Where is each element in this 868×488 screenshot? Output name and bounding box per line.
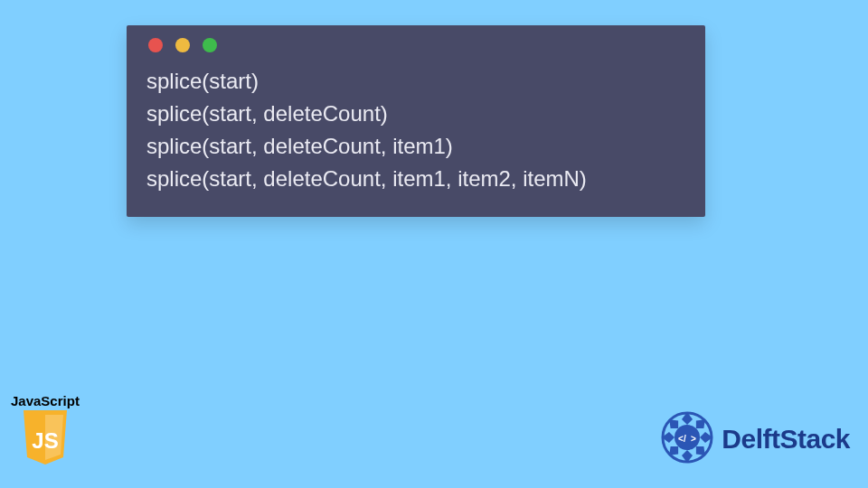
code-line: splice(start) (146, 65, 685, 98)
close-icon (148, 38, 163, 52)
js-logo-text: JS (32, 428, 58, 453)
svg-text:/: / (684, 434, 686, 444)
maximize-icon (203, 38, 217, 52)
code-line: splice(start, deleteCount) (146, 98, 685, 130)
code-body: splice(start) splice(start, deleteCount)… (127, 58, 705, 217)
brand-emblem-icon: < / > (658, 408, 716, 470)
code-window: splice(start) splice(start, deleteCount)… (127, 25, 705, 217)
svg-text:>: > (691, 434, 696, 444)
javascript-shield-icon: JS (20, 410, 71, 466)
window-header (127, 25, 705, 58)
minimize-icon (175, 38, 190, 52)
code-line: splice(start, deleteCount, item1, item2,… (146, 163, 685, 195)
brand-name: DelftStack (722, 424, 850, 455)
javascript-badge: JavaScript JS (11, 393, 80, 466)
javascript-label: JavaScript (11, 393, 80, 408)
brand-logo: < / > DelftStack (658, 408, 850, 470)
code-line: splice(start, deleteCount, item1) (146, 130, 685, 163)
